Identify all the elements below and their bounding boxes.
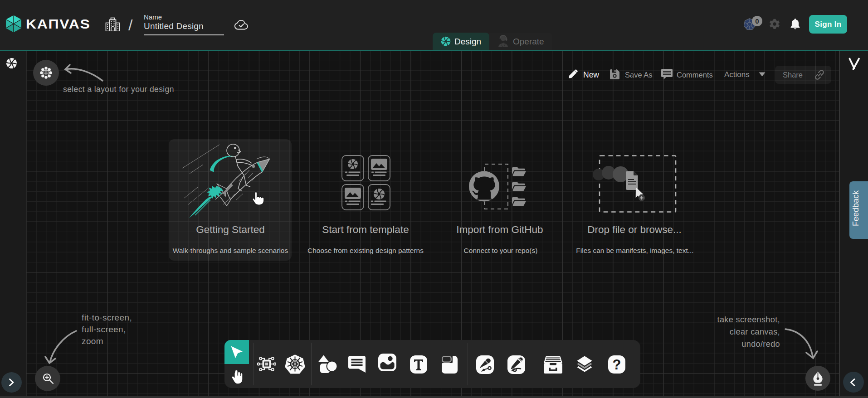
svg-text:?: ? [613,357,621,373]
